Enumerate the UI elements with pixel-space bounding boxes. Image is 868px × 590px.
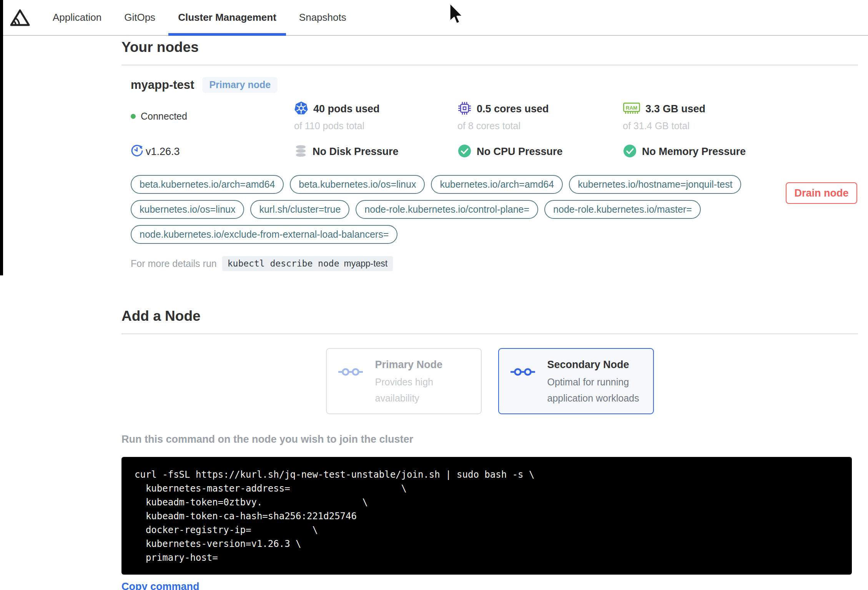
pods-total-label: of 110 pods total — [294, 120, 457, 132]
your-nodes-section: Your nodes myapp-test Primary node Conne… — [121, 39, 858, 271]
disk-icon — [294, 144, 308, 160]
drain-node-button[interactable]: Drain node — [786, 182, 857, 204]
node-label: kubernetes.io/os=linux — [131, 200, 244, 219]
node-status-label: Connected — [141, 111, 187, 122]
secondary-node-card-title: Secondary Node — [547, 359, 642, 371]
your-nodes-title: Your nodes — [121, 39, 858, 65]
node-label: node.kubernetes.io/exclude-from-external… — [131, 225, 397, 244]
tab-gitops[interactable]: GitOps — [115, 0, 165, 35]
memory-used-label: 3.3 GB used — [645, 103, 705, 115]
join-command-line: primary-host= — [135, 551, 844, 565]
join-command-line: kubeadm-token=0ztbvy. \ — [135, 495, 844, 509]
cpu-used-label: 0.5 cores used — [477, 103, 549, 115]
cluster-management-page: Your nodes myapp-test Primary node Conne… — [0, 0, 868, 590]
cpu-stat: 0.5 cores used of 8 cores total — [457, 101, 623, 132]
node-label: beta.kubernetes.io/os=linux — [290, 175, 425, 194]
disk-pressure-condition: No Disk Pressure — [294, 144, 457, 160]
node-link-icon — [510, 366, 535, 403]
node-type-cards: Primary Node Provides high availability — [121, 348, 858, 414]
logo-icon[interactable] — [10, 8, 30, 27]
primary-node-badge: Primary node — [203, 77, 277, 93]
cpu-total-label: of 8 cores total — [457, 120, 623, 132]
details-prefix: For more details run — [131, 258, 217, 269]
node-label: beta.kubernetes.io/arch=amd64 — [131, 175, 284, 194]
memory-pressure-condition: No Memory Pressure — [623, 144, 858, 160]
add-node-title: Add a Node — [121, 308, 858, 334]
primary-node-card-desc: Provides high availability — [375, 374, 469, 406]
kubernetes-icon — [294, 101, 308, 117]
memory-total-label: of 31.4 GB total — [623, 120, 858, 132]
kubectl-node-name: myapp-test — [344, 258, 388, 269]
cpu-icon — [457, 101, 472, 117]
svg-text:RAM: RAM — [626, 105, 637, 111]
node-stats-grid: Connected — [131, 101, 858, 160]
pods-stat: 40 pods used of 110 pods total — [294, 101, 457, 132]
node-labels: beta.kubernetes.io/arch=amd64 beta.kuber… — [131, 175, 742, 244]
tab-application[interactable]: Application — [43, 0, 111, 35]
join-command-line: curl -fsSL https://kurl.sh/jq-new-test-u… — [135, 468, 844, 482]
kubectl-command-chip: kubectl describe node myapp-test — [222, 256, 393, 271]
node-status: Connected — [131, 101, 294, 132]
connected-dot-icon — [131, 114, 136, 119]
join-instruction: Run this command on the node you wish to… — [121, 433, 858, 445]
join-command-block[interactable]: curl -fsSL https://kurl.sh/jq-new-test-u… — [121, 457, 852, 575]
join-command-line: kubeadm-token-ca-hash=sha256:221d25746 — [135, 509, 844, 523]
disk-pressure-label: No Disk Pressure — [313, 146, 399, 158]
nav-tabs: Application GitOps Cluster Management Sn… — [43, 0, 359, 35]
version-label: v1.26.3 — [146, 146, 180, 158]
secondary-node-card-desc: Optimal for running application workload… — [547, 374, 642, 406]
secondary-node-card[interactable]: Secondary Node Optimal for running appli… — [498, 348, 654, 414]
node-label: kubernetes.io/arch=amd64 — [431, 175, 563, 194]
node-name: myapp-test — [131, 78, 194, 92]
tab-cluster-management[interactable]: Cluster Management — [168, 0, 286, 35]
cpu-pressure-condition: No CPU Pressure — [457, 144, 623, 160]
add-node-section: Add a Node Primary Node — [121, 308, 858, 590]
kubectl-command: kubectl describe node — [228, 258, 339, 268]
top-nav: Application GitOps Cluster Management Sn… — [0, 0, 868, 36]
node-label: node-role.kubernetes.io/master= — [544, 200, 701, 219]
memory-stat: RAM 3.3 GB used of 31.4 GB total — [623, 101, 858, 132]
join-command-line: docker-registry-ip= \ — [135, 523, 844, 537]
tab-snapshots[interactable]: Snapshots — [289, 0, 356, 35]
memory-pressure-label: No Memory Pressure — [642, 146, 746, 158]
primary-node-card[interactable]: Primary Node Provides high availability — [326, 348, 482, 414]
check-icon — [623, 144, 637, 160]
node-label: kurl.sh/cluster=true — [250, 200, 349, 219]
pods-used-label: 40 pods used — [313, 103, 380, 115]
join-command-line: kubernetes-version=v1.26.3 \ — [135, 537, 844, 551]
node-version: v1.26.3 — [131, 144, 294, 160]
join-command-line: kubernetes-master-address= \ — [135, 482, 844, 495]
cpu-pressure-label: No CPU Pressure — [477, 146, 563, 158]
copy-command-link[interactable]: Copy command — [121, 581, 200, 590]
primary-node-card-title: Primary Node — [375, 359, 469, 371]
node-card: myapp-test Primary node Connected — [121, 65, 858, 271]
node-header: myapp-test Primary node — [131, 77, 858, 93]
version-icon — [131, 145, 143, 159]
node-label: kubernetes.io/hostname=jonquil-test — [569, 175, 741, 194]
ram-icon: RAM — [623, 101, 640, 117]
node-link-icon — [338, 366, 363, 403]
node-label: node-role.kubernetes.io/control-plane= — [356, 200, 538, 219]
screen-edge-artifact — [0, 0, 3, 275]
node-details-hint: For more details run kubectl describe no… — [131, 256, 858, 271]
check-icon — [457, 144, 472, 160]
